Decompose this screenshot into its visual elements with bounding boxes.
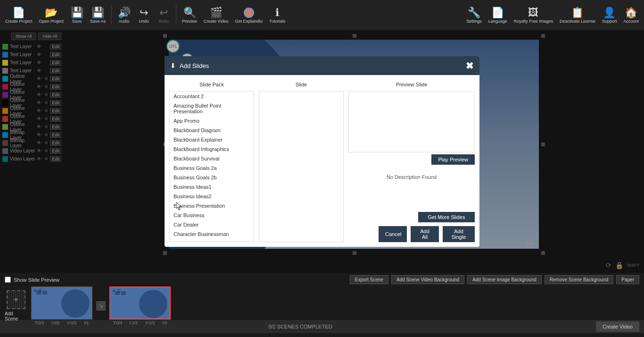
main-area: Show All Hide All Text Layer👁EditText La…	[0, 30, 644, 273]
slide-pack-header: Slide Pack	[169, 80, 254, 91]
slide-pack-item[interactable]: Business Presentation	[170, 201, 254, 211]
add-scene-image-bg-button[interactable]: Add Scene Image Background	[467, 275, 542, 284]
preview-button[interactable]: 🔍Preview	[179, 5, 200, 25]
scene-section: Show Slide Preview Export Scene Add Scen…	[0, 273, 644, 320]
cancel-button[interactable]: Cancel	[379, 226, 407, 242]
audio-button-icon: 🔊	[118, 6, 131, 19]
royalty-free-images-button[interactable]: 🖼Royalty Free Images	[511, 5, 556, 25]
slide-header: Slide	[259, 80, 344, 91]
slide-pack-item[interactable]: Amazing Bullet Point Presentation	[170, 101, 254, 116]
language-button-icon: 📄	[491, 6, 504, 19]
scene-info-item: T:0/4	[113, 320, 123, 325]
support-button-icon: 👤	[603, 6, 616, 19]
tutorials-button-icon: ℹ	[275, 6, 279, 19]
slide-pack-item[interactable]: Business Ideas2	[170, 192, 254, 201]
tutorials-button[interactable]: ℹTutorials	[266, 5, 288, 25]
get-explaindio-button-icon	[244, 6, 254, 19]
modal-overlay: ⬇ Add Slides ✖ Slide Pack Accountant 2Am…	[0, 30, 644, 273]
scene-transition-button[interactable]: ↘	[96, 301, 106, 311]
language-button-label: Language	[488, 19, 507, 24]
slide-pack-item[interactable]: Blackboard Survival	[170, 154, 254, 163]
settings-button-label: Settings	[466, 19, 482, 24]
add-all-button[interactable]: Add All	[411, 226, 439, 242]
toolbar-separator	[176, 5, 176, 24]
slide-pack-item[interactable]: Character Businessman	[170, 229, 254, 239]
preview-description: No Description Found	[348, 165, 475, 189]
add-scene-icon: +	[7, 290, 25, 309]
save-button-label: Save	[72, 19, 82, 24]
add-single-button[interactable]: Add Single	[443, 226, 475, 242]
create-video-button-icon: 🎬	[210, 6, 223, 19]
preview-button-icon: 🔍	[183, 6, 196, 19]
download-icon: ⬇	[170, 62, 176, 69]
save-as-button-label: Save As	[90, 19, 106, 24]
remove-scene-bg-button[interactable]: Remove Scene Background	[545, 275, 614, 284]
undo-button[interactable]: ↪Undo	[134, 5, 153, 25]
scene-thumbnail[interactable]: ✕ ☰	[109, 286, 171, 320]
account-button-label: Account	[623, 19, 639, 24]
slide-pack-item[interactable]: Business Goals 2b	[170, 173, 254, 182]
save-button[interactable]: 💾Save	[67, 5, 86, 25]
royalty-free-images-button-label: Royalty Free Images	[514, 19, 553, 24]
undo-button-icon: ↪	[140, 6, 148, 19]
slide-pack-item[interactable]: Character Businesswoman	[170, 239, 254, 242]
redo-button-icon: ↩	[159, 6, 168, 19]
settings-button-icon: 🔧	[468, 6, 480, 19]
open-project-button[interactable]: 📂Open Project	[36, 5, 67, 25]
modal-header: ⬇ Add Slides ✖	[165, 56, 479, 75]
support-button[interactable]: 👤Support	[599, 5, 620, 25]
close-icon[interactable]: ✖	[466, 60, 474, 71]
play-preview-button[interactable]: Play Preview	[431, 154, 475, 165]
settings-button[interactable]: 🔧Settings	[463, 5, 485, 25]
slide-pack-item[interactable]: Accountant 2	[170, 92, 254, 101]
account-button-icon: 🏠	[625, 6, 637, 19]
scene-info-item: I:1/2	[130, 320, 138, 325]
add-scene-video-bg-button[interactable]: Add Scene Video Background	[391, 275, 464, 284]
slide-pack-item[interactable]: Blackboard Diagram	[170, 126, 254, 135]
paper-button[interactable]: Paper	[616, 275, 639, 284]
scene-info-item: #1	[84, 320, 89, 325]
preview-area	[348, 91, 475, 152]
slide-list[interactable]	[259, 91, 344, 242]
slide-pack-item[interactable]: Blackboard Explainer	[170, 135, 254, 144]
create-video-button[interactable]: 🎬Create Video	[201, 5, 231, 25]
deactivate-license-button-icon: 📋	[571, 6, 584, 19]
redo-button[interactable]: ↩Redo	[154, 5, 173, 25]
preview-slide-header: Preview Slide	[348, 80, 475, 91]
account-button[interactable]: 🏠Account	[620, 5, 642, 25]
slide-pack-item[interactable]: Business Ideas1	[170, 182, 254, 192]
audio-button[interactable]: 🔊Audio	[115, 5, 133, 25]
preview-button-label: Preview	[182, 19, 197, 24]
deactivate-license-button[interactable]: 📋Deactivate License	[557, 5, 598, 25]
add-scene-button[interactable]: + Add Scene	[5, 290, 27, 321]
slide-pack-item[interactable]: App Promo	[170, 116, 254, 126]
scene-thumbnail[interactable]: ✕ ☰	[31, 286, 92, 320]
slide-pack-item[interactable]: Blackboard Infographics	[170, 144, 254, 154]
top-toolbar: 📄Create Project📂Open Project💾Save💾Save A…	[0, 0, 644, 30]
scene-close-icon[interactable]: ✕ ☰	[33, 288, 42, 293]
get-more-slides-button[interactable]: Get More Slides	[418, 212, 475, 222]
modal-title: Add Slides	[180, 62, 466, 69]
slide-pack-item[interactable]: Business Goals 2a	[170, 163, 254, 173]
create-project-button[interactable]: 📄Create Project	[2, 5, 35, 25]
slide-pack-item[interactable]: Car Dealer	[170, 220, 254, 229]
scene-info-item: T:0/3	[35, 320, 44, 325]
redo-button-label: Redo	[158, 19, 169, 24]
show-slide-preview-checkbox[interactable]	[5, 277, 11, 283]
save-as-button[interactable]: 💾Save As	[87, 5, 108, 25]
slide-pack-list[interactable]: Accountant 2Amazing Bullet Point Present…	[169, 91, 254, 242]
get-explaindio-button[interactable]: Get Explaindio	[232, 5, 265, 25]
language-button[interactable]: 📄Language	[486, 5, 510, 25]
support-button-label: Support	[602, 19, 617, 24]
create-video-bottom-button[interactable]: Create Video	[596, 321, 639, 332]
get-explaindio-button-label: Get Explaindio	[235, 19, 263, 24]
export-scene-button[interactable]: Export Scene	[350, 275, 388, 284]
scene-info-item: V:0/2	[67, 320, 77, 325]
open-project-button-icon: 📂	[45, 6, 58, 19]
add-scene-label: Add Scene	[5, 311, 27, 321]
scene-close-icon[interactable]: ✕ ☰	[112, 288, 121, 294]
slide-pack-item[interactable]: Car Business	[170, 211, 254, 220]
create-project-button-label: Create Project	[5, 19, 33, 24]
audio-button-label: Audio	[119, 19, 130, 24]
toolbar-separator	[111, 5, 112, 24]
